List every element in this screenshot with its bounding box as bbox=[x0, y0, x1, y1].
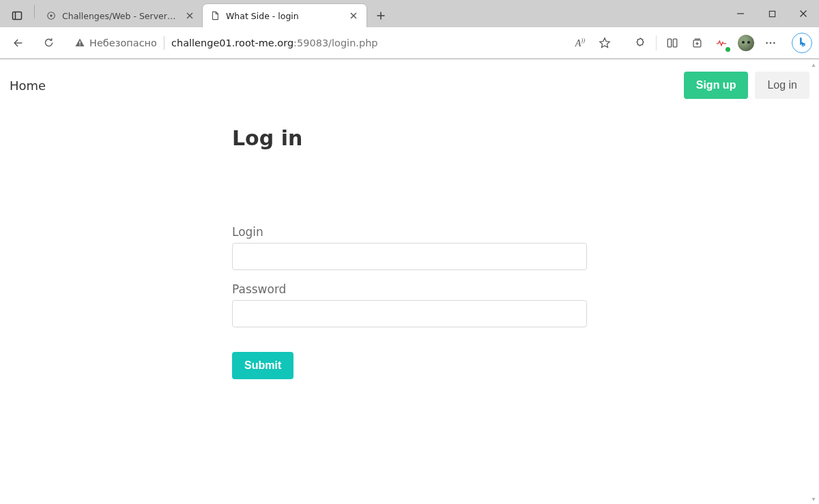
split-icon bbox=[666, 37, 678, 49]
window-close-button[interactable] bbox=[788, 0, 819, 27]
tab-title: What Side - login bbox=[226, 11, 342, 21]
profile-button[interactable] bbox=[734, 31, 758, 55]
favicon-rootme-icon bbox=[46, 10, 57, 21]
window-controls bbox=[725, 0, 819, 27]
extensions-button[interactable] bbox=[629, 31, 652, 55]
collections-button[interactable] bbox=[685, 31, 708, 55]
read-aloud-button[interactable]: A)) bbox=[569, 31, 592, 55]
more-horizontal-icon bbox=[764, 37, 777, 49]
separator bbox=[164, 36, 164, 50]
tab-close-button[interactable] bbox=[184, 10, 196, 22]
browser-chrome: Challenges/Web - Server : XSS - What Sid… bbox=[0, 0, 819, 59]
separator bbox=[34, 5, 35, 18]
read-aloud-icon: A)) bbox=[575, 37, 586, 49]
scrollbar-hint: ▴▾ bbox=[809, 61, 818, 503]
url-path: :59083/login.php bbox=[293, 38, 377, 48]
svg-rect-15 bbox=[79, 41, 80, 44]
svg-point-24 bbox=[770, 42, 772, 44]
refresh-icon bbox=[43, 37, 55, 48]
nav-back-button[interactable] bbox=[7, 31, 30, 55]
svg-point-3 bbox=[50, 14, 53, 17]
sidebar-icon bbox=[12, 10, 23, 21]
close-icon bbox=[186, 12, 193, 19]
page-heading: Log in bbox=[232, 126, 587, 150]
minimize-icon bbox=[736, 10, 745, 18]
tab-close-button[interactable] bbox=[347, 10, 360, 22]
login-input[interactable] bbox=[232, 243, 587, 270]
svg-rect-19 bbox=[673, 39, 676, 47]
warning-icon bbox=[74, 38, 85, 48]
split-screen-button[interactable] bbox=[661, 31, 684, 55]
nav-right: Sign up Log in bbox=[684, 72, 809, 99]
login-label: Login bbox=[232, 225, 587, 239]
separator bbox=[656, 35, 657, 50]
svg-point-23 bbox=[766, 42, 768, 44]
login-nav-button[interactable]: Log in bbox=[755, 72, 809, 99]
close-icon bbox=[799, 10, 807, 18]
login-form: Log in Login Password Submit bbox=[225, 126, 594, 379]
toolbar-right: A)) bbox=[569, 31, 812, 55]
page-viewport: ▴▾ Home Sign up Log in Log in Login Pass… bbox=[0, 59, 819, 504]
window-minimize-button[interactable] bbox=[725, 0, 756, 27]
svg-rect-16 bbox=[79, 44, 80, 45]
browser-tab-active[interactable]: What Side - login bbox=[203, 4, 367, 27]
browser-tab-inactive[interactable]: Challenges/Web - Server : XSS - bbox=[39, 4, 203, 27]
password-input[interactable] bbox=[232, 300, 587, 327]
favorite-button[interactable] bbox=[593, 31, 616, 55]
tab-actions-button[interactable] bbox=[5, 4, 29, 27]
security-indicator[interactable]: Небезопасно bbox=[74, 38, 157, 48]
bing-chat-button[interactable] bbox=[792, 33, 812, 53]
signup-button[interactable]: Sign up bbox=[684, 72, 749, 99]
tab-strip: Challenges/Web - Server : XSS - What Sid… bbox=[0, 0, 819, 27]
window-maximize-button[interactable] bbox=[756, 0, 788, 27]
address-bar[interactable]: Небезопасно challenge01.root-me.org:5908… bbox=[67, 31, 562, 55]
password-label: Password bbox=[232, 282, 587, 296]
star-icon bbox=[599, 37, 611, 49]
svg-marker-17 bbox=[600, 38, 609, 47]
nav-refresh-button[interactable] bbox=[37, 31, 60, 55]
avatar-icon bbox=[738, 35, 754, 51]
url-text: challenge01.root-me.org:59083/login.php bbox=[171, 38, 378, 48]
new-tab-button[interactable] bbox=[371, 5, 391, 26]
tab-title: Challenges/Web - Server : XSS - bbox=[62, 11, 178, 21]
security-label: Небезопасно bbox=[89, 38, 157, 48]
nav-home-link[interactable]: Home bbox=[10, 78, 46, 93]
svg-rect-11 bbox=[769, 11, 775, 16]
svg-rect-0 bbox=[13, 12, 22, 20]
bing-icon bbox=[797, 37, 807, 48]
collections-icon bbox=[691, 37, 703, 49]
maximize-icon bbox=[768, 10, 776, 18]
arrow-left-icon bbox=[12, 37, 25, 49]
status-dot-icon bbox=[725, 47, 730, 52]
svg-rect-18 bbox=[667, 39, 671, 47]
puzzle-icon bbox=[634, 37, 646, 49]
close-icon bbox=[350, 12, 357, 19]
submit-button[interactable]: Submit bbox=[232, 352, 293, 379]
more-menu-button[interactable] bbox=[759, 31, 782, 55]
plus-icon bbox=[376, 11, 386, 20]
toolbar: Небезопасно challenge01.root-me.org:5908… bbox=[0, 27, 819, 59]
svg-point-25 bbox=[773, 42, 775, 44]
site-nav: Home Sign up Log in bbox=[0, 59, 819, 106]
performance-button[interactable] bbox=[710, 31, 733, 55]
url-host: challenge01.root-me.org bbox=[171, 38, 293, 48]
favicon-page-icon bbox=[210, 10, 220, 21]
